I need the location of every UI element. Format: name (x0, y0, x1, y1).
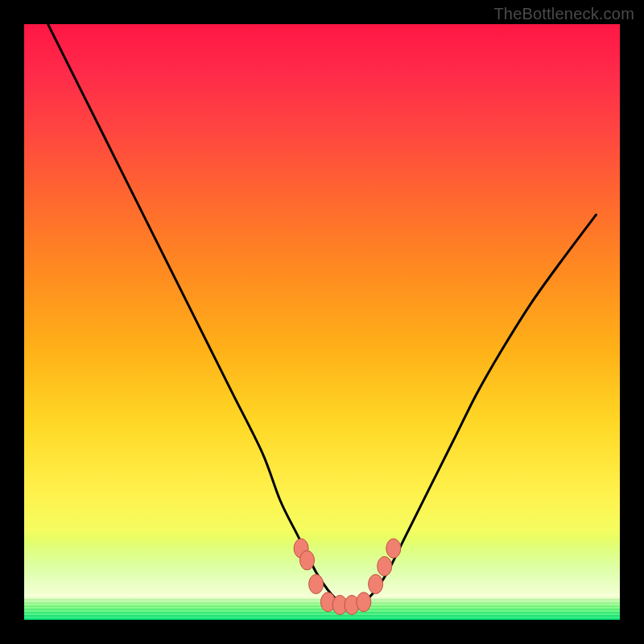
chart-frame: TheBottleneck.com (0, 0, 644, 644)
watermark-text: TheBottleneck.com (493, 5, 634, 23)
curve-layer (24, 24, 620, 620)
plot-area (24, 24, 620, 620)
marker-point (300, 551, 315, 570)
marker-point (357, 592, 371, 612)
marker-point (386, 539, 401, 558)
marker-point (369, 575, 383, 594)
marker-point (309, 575, 324, 594)
bottleneck-curve (48, 24, 597, 605)
marker-point (378, 556, 392, 576)
